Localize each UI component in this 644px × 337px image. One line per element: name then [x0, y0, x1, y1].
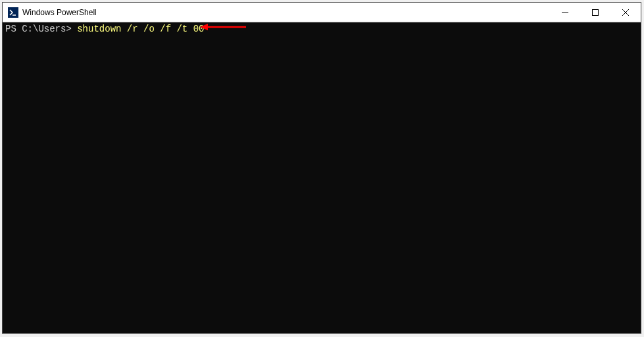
powershell-window: Windows PowerShell PS C:\Users> shutdown [2, 2, 641, 334]
window-controls [550, 3, 641, 22]
powershell-icon [8, 7, 18, 18]
terminal-line: PS C:\Users> shutdown /r /o /f /t 00 [5, 24, 638, 34]
minimize-icon [562, 9, 568, 16]
titlebar[interactable]: Windows PowerShell [3, 3, 641, 22]
command-text: shutdown /r /o /f /t 00 [77, 24, 204, 34]
maximize-icon [592, 9, 599, 16]
minimize-button[interactable] [550, 3, 580, 22]
maximize-button[interactable] [580, 3, 610, 22]
close-button[interactable] [610, 3, 641, 22]
prompt: PS C:\Users> [5, 24, 77, 34]
svg-rect-3 [593, 9, 599, 15]
close-icon [622, 9, 629, 16]
window-title: Windows PowerShell [22, 8, 550, 17]
terminal-area[interactable]: PS C:\Users> shutdown /r /o /f /t 00 [3, 22, 641, 333]
